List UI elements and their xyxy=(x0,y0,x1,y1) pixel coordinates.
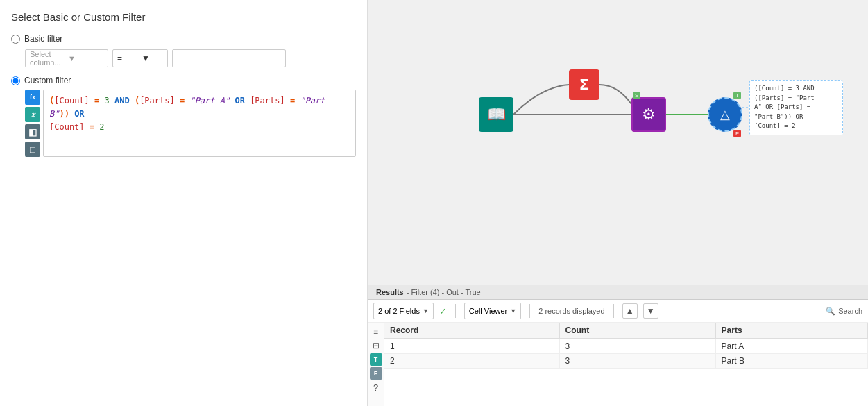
operator-select[interactable]: = ▼ xyxy=(112,49,168,67)
operator-value: = xyxy=(117,53,139,63)
custom-filter-radio[interactable] xyxy=(11,76,20,85)
filter-label-f: F xyxy=(733,130,741,137)
node-filter[interactable]: T F △ xyxy=(708,97,742,132)
cell-parts: Part A xyxy=(715,339,867,354)
basic-filter-row: Select column... ▼ = ▼ xyxy=(25,49,356,67)
canvas-area: 📖 Σ S ⚙ T F △ ([Count] = 3 AND([Parts] =… xyxy=(368,0,868,285)
results-table: Record Count Parts 13Part A23Part B xyxy=(384,323,868,369)
results-table-wrapper: Record Count Parts 13Part A23Part B xyxy=(384,323,868,406)
node-sigma[interactable]: Σ xyxy=(569,69,599,100)
results-label: Results xyxy=(376,288,404,296)
custom-filter-expression[interactable]: ([Count] = 3 AND ([Parts] = "Part A" OR … xyxy=(43,90,356,157)
x-button[interactable]: 𝑥 xyxy=(25,107,40,122)
sidebar-t-btn[interactable]: T xyxy=(370,353,382,366)
custom-filter-label: Custom filter xyxy=(24,76,71,85)
table-row: 23Part B xyxy=(384,354,868,369)
cell-record: 1 xyxy=(384,339,559,354)
save-button[interactable]: □ xyxy=(25,142,40,157)
cell-count: 3 xyxy=(559,339,715,354)
viewer-chevron: ▼ xyxy=(510,307,516,314)
column-select-placeholder: Select column... xyxy=(30,50,65,67)
sidebar-f-btn[interactable]: F xyxy=(370,367,382,380)
cell-parts: Part B xyxy=(715,354,867,369)
filter-label-t: T xyxy=(733,92,741,99)
editor-toolbar: fx 𝑥 ◧ □ xyxy=(25,90,40,157)
cell-count: 3 xyxy=(559,354,715,369)
results-header: Results - Filter (4) - Out - True xyxy=(368,285,868,300)
basic-filter-radio-group[interactable]: Basic filter xyxy=(11,34,356,44)
fields-chevron: ▼ xyxy=(423,307,429,314)
panel-title: Select Basic or Custom Filter xyxy=(11,11,356,23)
results-side-panel: ≡ ⊟ T F ? xyxy=(368,323,384,406)
results-panel: Results - Filter (4) - Out - True 2 of 2… xyxy=(368,285,868,406)
toolbar-separator-3 xyxy=(613,304,614,318)
table-row: 13Part A xyxy=(384,339,868,354)
results-header-parts: - Filter (4) - Out - True xyxy=(407,288,481,296)
search-icon: 🔍 xyxy=(826,307,835,316)
filter-tooltip-text: ([Count] = 3 AND([Parts] = "PartA" OR [P… xyxy=(754,85,815,129)
results-content: ≡ ⊟ T F ? Record Count Parts xyxy=(368,323,868,406)
col-count: Count xyxy=(559,323,715,339)
toolbar-separator-4 xyxy=(667,304,667,318)
gear-label-s: S xyxy=(633,92,640,99)
node-gear[interactable]: S ⚙ xyxy=(631,97,666,132)
column-select-chevron: ▼ xyxy=(68,54,103,62)
col-parts: Parts xyxy=(715,323,867,339)
toolbar-separator-2 xyxy=(529,304,530,318)
fields-dropdown[interactable]: 2 of 2 Fields ▼ xyxy=(373,303,434,319)
search-button[interactable]: 🔍 Search xyxy=(826,307,862,316)
col-record: Record xyxy=(384,323,559,339)
arrow-down-btn[interactable]: ▼ xyxy=(643,303,658,319)
cell-record: 2 xyxy=(384,354,559,369)
custom-filter-section: Custom filter fx 𝑥 ◧ □ ([Count] = 3 AND … xyxy=(11,76,356,157)
search-label: Search xyxy=(838,307,862,315)
results-toolbar: 2 of 2 Fields ▼ ✓ Cell Viewer ▼ 2 record… xyxy=(368,300,868,323)
filter-value-input[interactable] xyxy=(172,49,286,67)
operator-chevron: ▼ xyxy=(142,53,163,63)
toolbar-separator-1 xyxy=(455,304,456,318)
basic-filter-radio[interactable] xyxy=(11,35,20,44)
basic-filter-label: Basic filter xyxy=(24,34,62,44)
custom-editor-area: fx 𝑥 ◧ □ ([Count] = 3 AND ([Parts] = "Pa… xyxy=(25,90,356,157)
custom-filter-radio-group[interactable]: Custom filter xyxy=(11,76,356,85)
filter-tooltip: ([Count] = 3 AND([Parts] = "PartA" OR [P… xyxy=(749,80,843,135)
arrow-up-btn[interactable]: ▲ xyxy=(622,303,638,319)
fx-button[interactable]: fx xyxy=(25,90,40,105)
sidebar-help-btn[interactable]: ? xyxy=(373,382,378,393)
sidebar-list-icon[interactable]: ≡ xyxy=(370,325,382,338)
column-select[interactable]: Select column... ▼ xyxy=(25,49,108,67)
left-panel: Select Basic or Custom Filter Basic filt… xyxy=(0,0,368,406)
viewer-label: Cell Viewer xyxy=(469,307,507,315)
input-button[interactable]: ◧ xyxy=(25,124,40,139)
viewer-dropdown[interactable]: Cell Viewer ▼ xyxy=(464,303,521,319)
sidebar-grid-icon[interactable]: ⊟ xyxy=(370,339,382,352)
check-icon[interactable]: ✓ xyxy=(439,306,447,316)
canvas-connections xyxy=(368,0,868,285)
node-book[interactable]: 📖 xyxy=(479,97,513,132)
right-panel: 📖 Σ S ⚙ T F △ ([Count] = 3 AND([Parts] =… xyxy=(368,0,868,406)
records-text: 2 records displayed xyxy=(538,307,604,315)
fields-label: 2 of 2 Fields xyxy=(378,307,420,315)
panel-title-text: Select Basic or Custom Filter xyxy=(11,11,145,23)
